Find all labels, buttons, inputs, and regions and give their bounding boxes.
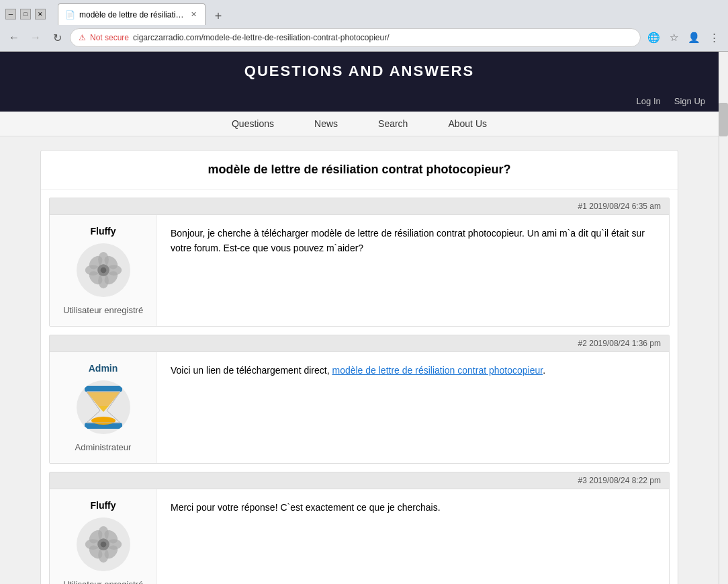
menu-button[interactable]: ⋮ <box>705 29 723 46</box>
post-2-user: Admin <box>50 352 157 463</box>
site-header: QUESTIONS AND ANSWERS <box>0 52 719 91</box>
post-2-text-after: . <box>543 365 545 376</box>
main-content: modèle de lettre de résiliation contrat … <box>0 136 719 584</box>
post-3: #3 2019/08/24 8:22 pm Fluffy <box>49 472 670 584</box>
new-tab-button[interactable]: + <box>210 7 227 25</box>
post-3-header: #3 2019/08/24 8:22 pm <box>50 472 669 489</box>
refresh-button[interactable]: ↻ <box>48 29 66 46</box>
svg-rect-11 <box>85 386 122 392</box>
post-1-avatar <box>77 243 130 297</box>
header-actions: Log In Sign Up <box>0 91 719 112</box>
post-3-id: #3 2019/08/24 8:22 pm <box>578 476 661 485</box>
post-2-text-before: Voici un lien de téléchargement direct, <box>171 365 332 376</box>
post-3-user: Fluffy <box>50 489 157 584</box>
post-2-avatar <box>77 380 130 434</box>
post-1-header: #1 2019/08/24 6:35 am <box>50 198 669 215</box>
post-2-username: Admin <box>56 363 150 374</box>
site-content: QUESTIONS AND ANSWERS Log In Sign Up Que… <box>0 52 719 584</box>
page-title: modèle de lettre de résiliation contrat … <box>41 151 678 190</box>
post-3-body: Fluffy <box>50 489 669 584</box>
site-nav: Questions News Search About Us <box>0 112 719 136</box>
post-3-role: Utilisateur enregistré <box>56 579 150 584</box>
close-button[interactable]: ✕ <box>35 9 46 19</box>
nav-news[interactable]: News <box>314 118 338 129</box>
active-tab[interactable]: 📄 modèle de lettre de résiliation c... ✕ <box>58 3 206 25</box>
post-1: #1 2019/08/24 6:35 am Fluffy <box>49 198 670 327</box>
address-field[interactable]: ⚠ Not secure cigarczarradio.com/modele-d… <box>70 28 641 47</box>
maximize-button[interactable]: □ <box>20 9 31 19</box>
address-bar: ← → ↻ ⚠ Not secure cigarczarradio.com/mo… <box>0 24 728 51</box>
title-bar: ─ □ ✕ 📄 modèle de lettre de résiliation … <box>0 0 728 24</box>
post-2-header: #2 2019/08/24 1:36 pm <box>50 335 669 352</box>
nav-about-us[interactable]: About Us <box>448 118 487 129</box>
window-controls[interactable]: ─ □ ✕ <box>5 9 46 19</box>
browser-chrome: ─ □ ✕ 📄 modèle de lettre de résiliation … <box>0 0 728 52</box>
nav-search[interactable]: Search <box>378 118 408 129</box>
login-link[interactable]: Log In <box>637 96 661 106</box>
not-secure-label: Not secure <box>90 33 129 42</box>
scrollbar[interactable] <box>719 103 728 584</box>
minimize-button[interactable]: ─ <box>5 9 16 19</box>
post-1-body: Fluffy <box>50 215 669 326</box>
back-button[interactable]: ← <box>5 29 23 46</box>
post-1-role: Utilisateur enregistré <box>56 305 150 315</box>
page-container: modèle de lettre de résiliation contrat … <box>40 150 678 584</box>
address-right-icons: 🌐 ☆ 👤 ⋮ <box>645 29 723 46</box>
post-1-id: #1 2019/08/24 6:35 am <box>578 202 661 211</box>
tab-title: modèle de lettre de résiliation c... <box>79 10 185 19</box>
post-3-username: Fluffy <box>56 500 150 511</box>
tab-bar: 📄 modèle de lettre de résiliation c... ✕… <box>52 3 232 25</box>
nav-questions[interactable]: Questions <box>232 118 274 129</box>
site-wrapper: QUESTIONS AND ANSWERS Log In Sign Up Que… <box>0 52 728 584</box>
svg-point-28 <box>100 542 106 548</box>
post-2-content: Voici un lien de téléchargement direct, … <box>157 352 669 463</box>
post-3-content: Merci pour votre réponse! C`est exacteme… <box>157 489 669 584</box>
tab-favicon-icon: 📄 <box>65 10 75 19</box>
svg-point-15 <box>91 417 116 425</box>
post-1-username: Fluffy <box>56 226 150 237</box>
not-secure-icon: ⚠ <box>79 33 86 42</box>
post-2-body: Admin <box>50 352 669 463</box>
url-text: cigarczarradio.com/modele-de-lettre-de-r… <box>133 33 632 42</box>
scrollbar-thumb[interactable] <box>719 103 728 136</box>
profile-button[interactable]: 👤 <box>685 29 702 46</box>
post-3-avatar <box>77 517 130 571</box>
post-1-content: Bonjour, je cherche à télécharger modèle… <box>157 215 669 326</box>
tab-close-button[interactable]: ✕ <box>189 10 198 19</box>
bookmark-button[interactable]: ☆ <box>665 29 682 46</box>
post-2: #2 2019/08/24 1:36 pm Admin <box>49 335 670 464</box>
signup-link[interactable]: Sign Up <box>674 96 705 106</box>
post-1-text: Bonjour, je cherche à télécharger modèle… <box>171 228 645 253</box>
forward-button[interactable]: → <box>27 29 44 46</box>
post-3-text: Merci pour votre réponse! C`est exacteme… <box>171 502 441 513</box>
post-2-role: Administrateur <box>56 442 150 452</box>
svg-point-10 <box>100 267 106 274</box>
post-2-id: #2 2019/08/24 1:36 pm <box>578 339 661 348</box>
site-title: QUESTIONS AND ANSWERS <box>0 62 719 80</box>
post-1-user: Fluffy <box>50 215 157 326</box>
post-2-link[interactable]: modèle de lettre de résiliation contrat … <box>332 365 543 376</box>
translate-button[interactable]: 🌐 <box>645 29 662 46</box>
